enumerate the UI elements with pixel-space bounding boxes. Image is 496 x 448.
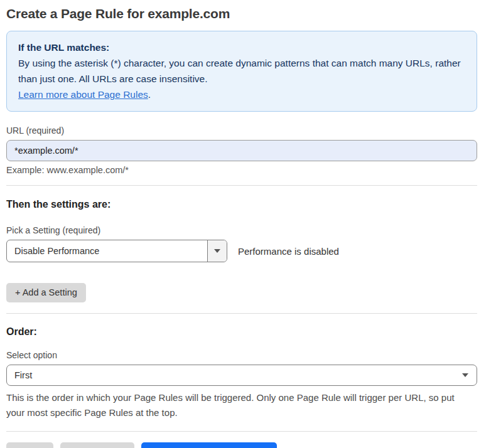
info-box-body: By using the asterisk (*) character, you… <box>18 55 465 87</box>
info-box-heading: If the URL matches: <box>18 40 465 55</box>
learn-more-link[interactable]: Learn more about Page Rules <box>18 89 148 100</box>
page-rule-form: Create a Page Rule for example.com If th… <box>0 0 496 448</box>
settings-section-heading: Then the settings are: <box>6 199 477 210</box>
order-help-text: This is the order in which your Page Rul… <box>6 390 471 420</box>
info-box-link-line: Learn more about Page Rules. <box>18 87 465 102</box>
url-example-text: Example: www.example.com/* <box>6 165 477 175</box>
link-period: . <box>148 89 151 100</box>
setting-select-arrow-button[interactable] <box>207 240 227 262</box>
add-setting-button[interactable]: + Add a Setting <box>6 283 86 302</box>
cancel-button[interactable]: Cancel <box>6 442 53 448</box>
order-select-value: First <box>14 370 32 380</box>
url-input[interactable] <box>6 140 477 161</box>
divider <box>6 185 477 186</box>
setting-row: Disable Performance Performance is disab… <box>6 240 477 262</box>
divider <box>6 431 477 432</box>
save-and-deploy-button[interactable]: Save and Deploy Page Rule <box>141 442 277 448</box>
chevron-down-icon <box>462 373 468 377</box>
pick-setting-label: Pick a Setting (required) <box>6 225 477 235</box>
footer-button-row: Cancel Save as Draft Save and Deploy Pag… <box>6 442 477 448</box>
setting-status-text: Performance is disabled <box>238 246 339 257</box>
setting-select-value: Disable Performance <box>7 240 207 262</box>
chevron-down-icon <box>214 249 220 253</box>
save-as-draft-button[interactable]: Save as Draft <box>60 442 134 448</box>
order-section-heading: Order: <box>6 326 477 338</box>
divider <box>6 313 477 314</box>
page-title: Create a Page Rule for example.com <box>6 6 477 21</box>
setting-select[interactable]: Disable Performance <box>6 240 227 262</box>
order-select[interactable]: First <box>6 365 477 386</box>
order-select-label: Select option <box>6 350 477 360</box>
url-match-info-box: If the URL matches: By using the asteris… <box>6 31 477 112</box>
url-field-label: URL (required) <box>6 125 477 136</box>
